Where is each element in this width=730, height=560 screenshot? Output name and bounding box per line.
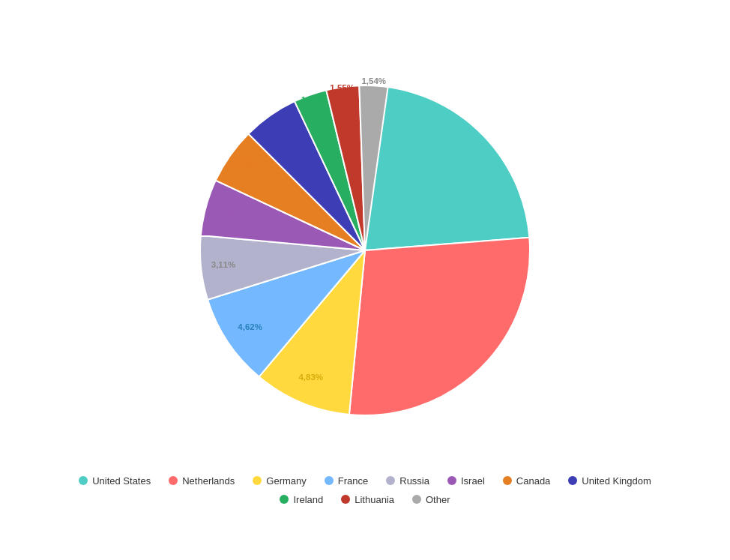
legend-dot [503,476,512,485]
legend-label: France [338,475,368,487]
legend-dot [169,476,178,485]
label-france: 4,62% [238,322,262,331]
legend-item-france: France [325,475,368,487]
pie-segment-united-states [365,85,529,250]
legend-dot [412,495,421,504]
label-germany: 4,83% [298,373,323,382]
legend-label: Canada [516,475,551,487]
legend-item-other: Other [412,494,450,505]
legend-label: Israel [461,475,485,487]
legend-label: Germany [266,475,306,487]
legend-dot [79,476,88,485]
legend-label: Other [426,494,450,505]
legend-dot [386,476,395,485]
legend-item-united-kingdom: United Kingdom [568,475,651,487]
legend-item-russia: Russia [386,475,429,487]
label-israel: 2,76% [211,207,236,216]
legend-item-canada: Canada [503,475,551,487]
chart-container: 23,72%13,89%4,83%4,62%3,11%2,76%2,74%2,7… [0,40,730,520]
label-united-kingdom: 2,71% [262,121,287,130]
label-other: 1,54% [361,76,386,85]
legend-label: United States [92,475,151,487]
legend-dot [253,476,262,485]
label-russia: 3,11% [211,259,236,268]
label-canada: 2,74% [230,159,255,168]
label-ireland: 1,57% [301,94,326,103]
legend-item-lithuania: Lithuania [341,494,394,505]
legend-label: Russia [399,475,429,487]
legend-dot [325,476,334,485]
legend-label: United Kingdom [582,475,651,487]
pie-svg: 23,72%13,89%4,83%4,62%3,11%2,76%2,74%2,7… [170,55,560,445]
label-lithuania: 1,55% [330,83,355,92]
legend-dot [447,476,456,485]
legend-dot [568,476,577,485]
label-netherlands: 13,89% [441,339,471,348]
legend: United StatesNetherlandsGermanyFranceRus… [43,475,687,505]
pie-chart: 23,72%13,89%4,83%4,62%3,11%2,76%2,74%2,7… [170,55,560,445]
legend-item-ireland: Ireland [280,494,323,505]
legend-label: Ireland [293,494,323,505]
legend-item-netherlands: Netherlands [169,475,235,487]
legend-dot [341,495,350,504]
legend-label: Netherlands [182,475,235,487]
label-united-states: 23,72% [432,157,462,166]
pie-segment-netherlands [349,237,530,415]
legend-item-germany: Germany [253,475,306,487]
legend-item-united-states: United States [79,475,151,487]
legend-label: Lithuania [355,494,394,505]
legend-item-israel: Israel [447,475,485,487]
legend-dot [280,495,289,504]
